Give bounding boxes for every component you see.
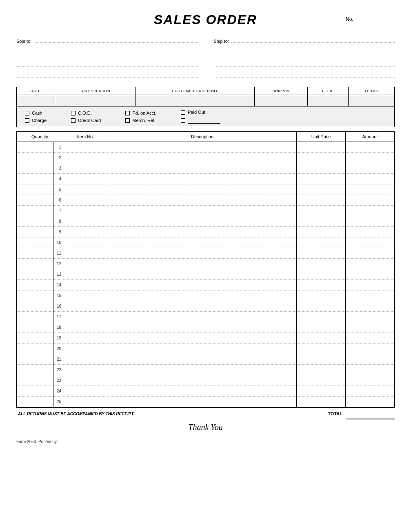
table-row: 24 [17, 386, 395, 397]
th-amount: Amount [346, 132, 395, 142]
cell-amount [346, 375, 395, 386]
info-date-cell [17, 95, 55, 106]
cell-unit-price [297, 375, 346, 386]
cell-unit-price [297, 195, 346, 206]
cell-quantity [17, 237, 53, 248]
cell-quantity [17, 195, 53, 206]
cell-amount [346, 397, 395, 407]
cell-unit-price [297, 206, 346, 216]
pd-on-acct-label: Pd. on Acct. [132, 111, 156, 115]
cell-row-num: 20 [53, 344, 63, 354]
cell-unit-price [297, 333, 346, 344]
cell-amount [346, 344, 395, 354]
cell-row-num: 23 [53, 375, 63, 386]
page-title: SALES ORDER [65, 12, 346, 27]
cell-description [108, 354, 297, 365]
col-salesperson: SALESPERSON [55, 87, 136, 95]
cell-row-num: 19 [53, 333, 63, 344]
cell-quantity [17, 322, 53, 333]
cell-unit-price [297, 227, 346, 237]
table-row: 20 [17, 344, 395, 354]
cell-unit-price [297, 153, 346, 163]
table-row: 18 [17, 322, 395, 333]
table-row: 3 [17, 163, 395, 174]
table-row: 16 [17, 301, 395, 312]
returns-notice: ALL RETURNS MUST BE ACCOMPANIED BY THIS … [16, 408, 297, 419]
cell-row-num: 7 [53, 206, 63, 216]
cell-quantity [17, 344, 53, 354]
cell-quantity [17, 290, 53, 301]
cell-unit-price [297, 365, 346, 375]
cell-row-num: 2 [53, 153, 63, 163]
charge-checkbox[interactable] [25, 118, 29, 123]
cell-row-num: 11 [53, 248, 63, 259]
cash-checkbox[interactable] [25, 111, 29, 115]
cell-description [108, 322, 297, 333]
payment-col-1: Cash Charge [25, 111, 47, 123]
cell-quantity [17, 174, 53, 184]
ship-to-line-1 [231, 42, 395, 43]
cell-unit-price [297, 163, 346, 174]
paid-out-extra-checkbox[interactable] [181, 118, 185, 123]
payment-cash: Cash [25, 111, 47, 115]
cell-amount [346, 259, 395, 269]
cell-row-num: 8 [53, 216, 63, 227]
merch-ret-checkbox[interactable] [125, 118, 130, 123]
info-ship-via-cell [254, 95, 308, 106]
cell-unit-price [297, 269, 346, 280]
cell-quantity [17, 248, 53, 259]
cell-description [108, 269, 297, 280]
cell-description [108, 237, 297, 248]
cell-quantity [17, 301, 53, 312]
cell-description [108, 280, 297, 290]
cell-unit-price [297, 397, 346, 407]
ship-to-line-2 [214, 49, 395, 55]
cod-checkbox[interactable] [71, 111, 76, 115]
cell-description [108, 153, 297, 163]
cell-quantity [17, 259, 53, 269]
cell-unit-price [297, 290, 346, 301]
cell-amount [346, 248, 395, 259]
cell-item-no [63, 386, 108, 397]
cell-item-no [63, 142, 108, 153]
payment-col-2: C.O.D. Credit Card [71, 111, 101, 123]
cell-amount [346, 206, 395, 216]
credit-card-checkbox[interactable] [71, 118, 76, 123]
form-info: Form 2050. Printed by: [16, 438, 395, 444]
cell-amount [346, 280, 395, 290]
cell-description [108, 375, 297, 386]
cell-unit-price [297, 174, 346, 184]
table-row: 12 [17, 259, 395, 269]
table-row: 23 [17, 375, 395, 386]
cell-amount [346, 269, 395, 280]
paid-out-checkbox[interactable] [181, 110, 185, 115]
cell-item-no [63, 301, 108, 312]
ship-to-line-4 [214, 71, 395, 78]
cell-unit-price [297, 354, 346, 365]
cell-item-no [63, 375, 108, 386]
cell-row-num: 6 [53, 195, 63, 206]
cell-quantity [17, 216, 53, 227]
cell-description [108, 344, 297, 354]
ship-to-label: Ship to: [214, 39, 229, 44]
table-row: 11 [17, 248, 395, 259]
table-row: 5 [17, 184, 395, 195]
cell-item-no [63, 237, 108, 248]
cell-row-num: 13 [53, 269, 63, 280]
cell-quantity [17, 227, 53, 237]
cell-unit-price [297, 344, 346, 354]
paid-out-row: Paid Out [181, 110, 220, 115]
cell-amount [346, 333, 395, 344]
merch-ret-label: Merch. Ret. [132, 118, 156, 123]
th-description: Description [108, 132, 297, 142]
cell-description [108, 312, 297, 322]
thank-you: Thank You [16, 419, 395, 435]
table-row: 6 [17, 195, 395, 206]
cell-item-no [63, 163, 108, 174]
cell-quantity [17, 365, 53, 375]
pd-on-acct-checkbox[interactable] [125, 111, 130, 115]
table-row: 2 [17, 153, 395, 163]
cell-amount [346, 322, 395, 333]
cell-description [108, 259, 297, 269]
cell-description [108, 142, 297, 153]
